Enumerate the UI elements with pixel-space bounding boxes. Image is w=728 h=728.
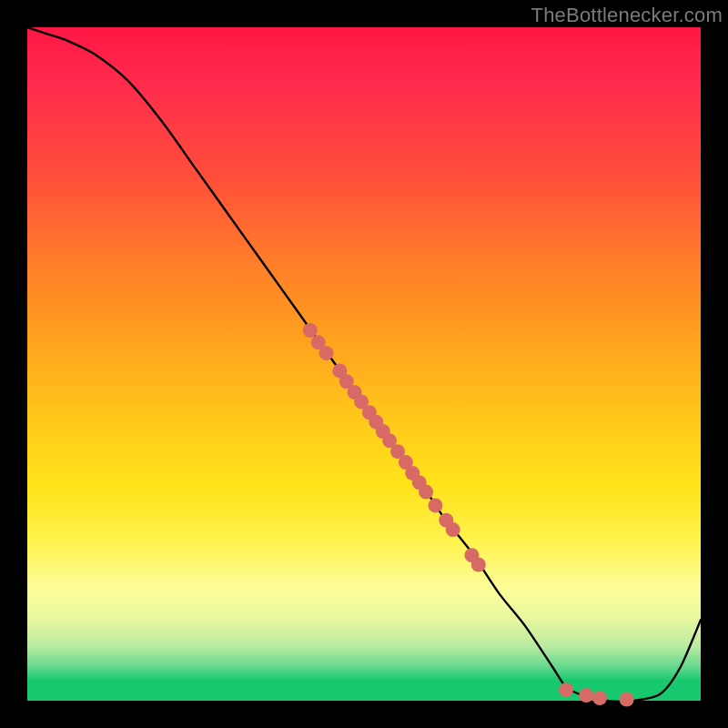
- data-marker: [471, 558, 486, 572]
- bottleneck-curve-line: [27, 27, 701, 702]
- data-marker: [303, 323, 318, 338]
- chart-stage: TheBottlenecker.com: [0, 0, 728, 728]
- data-marker: [428, 498, 442, 512]
- data-marker: [579, 688, 593, 703]
- watermark-text: TheBottlenecker.com: [531, 4, 723, 27]
- chart-svg: [27, 27, 701, 701]
- data-marker: [446, 522, 460, 537]
- data-marker: [319, 346, 334, 360]
- plot-area: [27, 27, 701, 701]
- data-marker: [559, 682, 573, 697]
- data-marker: [419, 485, 433, 500]
- data-markers-group: [303, 323, 634, 707]
- data-marker: [592, 691, 607, 705]
- data-marker: [620, 693, 634, 707]
